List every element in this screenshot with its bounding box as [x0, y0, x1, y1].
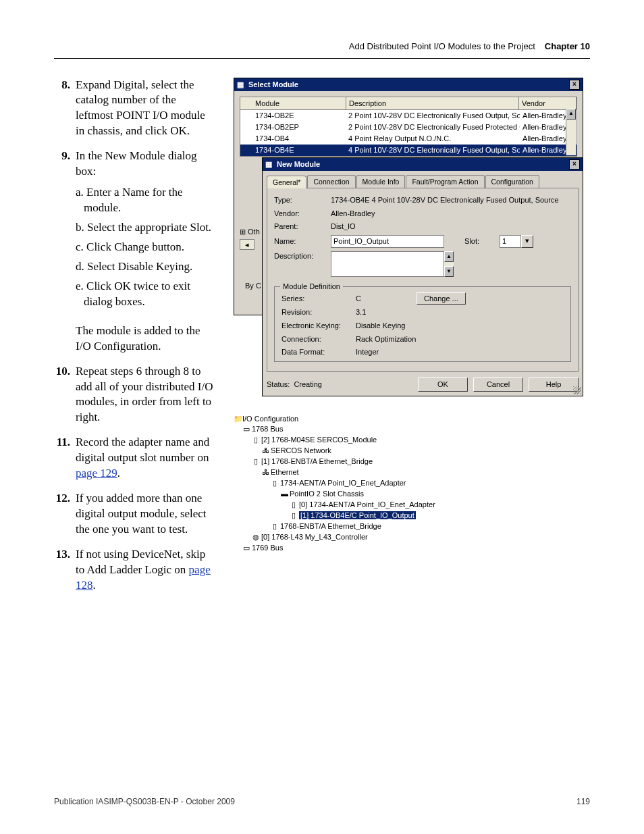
tree-node[interactable]: [0] 1734-AENT/A Point_IO_Enet_Adapter — [299, 500, 435, 509]
scroll-up-icon[interactable]: ▲ — [566, 109, 576, 120]
series-value: C — [356, 294, 417, 304]
type-label: Type: — [274, 195, 327, 205]
step-text: If you added more than one digital outpu… — [76, 491, 216, 538]
ok-button[interactable]: OK — [418, 377, 468, 392]
network-icon: 🖧 — [262, 467, 269, 478]
step-number: 13. — [54, 547, 70, 594]
tab-general[interactable]: General* — [267, 176, 306, 188]
running-header: Add Distributed Point I/O Modules to the… — [54, 41, 590, 53]
connection-label: Connection: — [281, 334, 356, 344]
step-after-text: The module is added to the I/O Configura… — [76, 323, 216, 355]
tree-node[interactable]: 1734-AENT/A Point_IO_Enet_Adapter — [280, 479, 406, 487]
io-config-tree[interactable]: 📁I/O Configuration ▭1768 Bus ▯[2] 1768-M… — [234, 414, 435, 554]
module-row-selected[interactable]: 1734-OB4E4 Point 10V-28V DC Electronical… — [240, 145, 576, 156]
window-icon: ▦ — [237, 80, 244, 90]
change-button[interactable]: Change ... — [417, 292, 466, 305]
dialog-tabs: General* Connection Module Info Fault/Pr… — [267, 175, 579, 188]
scroll-down-icon[interactable]: ▼ — [444, 266, 454, 277]
cancel-button[interactable]: Cancel — [473, 377, 523, 392]
module-icon: ▯ — [271, 478, 278, 489]
section-title: Add Distributed Point I/O Modules to the… — [349, 41, 535, 53]
select-module-titlebar[interactable]: ▦Select Module × — [234, 78, 583, 91]
window-icon: ▦ — [265, 159, 272, 170]
network-icon: 🖧 — [262, 446, 269, 457]
publication-id: Publication IASIMP-QS003B-EN-P - October… — [54, 796, 235, 807]
step-text: If not using DeviceNet, skip to Add Ladd… — [76, 547, 216, 594]
step-text: Repeat steps 6 through 8 to add all of y… — [76, 364, 216, 426]
tab-module-info[interactable]: Module Info — [356, 175, 406, 188]
tree-node[interactable]: SERCOS Network — [271, 446, 331, 454]
module-icon: ▯ — [290, 511, 297, 521]
substep: c. Click Change button. — [76, 240, 216, 255]
format-label: Data Format: — [281, 347, 356, 357]
format-value: Integer — [356, 347, 564, 357]
tree-node-selected[interactable]: [1] 1734-OB4E/C Point_IO_Output — [299, 511, 416, 519]
tree-node[interactable]: [2] 1768-M04SE SERCOS_Module — [261, 436, 377, 444]
tree-node[interactable]: 1769 Bus — [252, 544, 283, 552]
keying-label: Electronic Keying: — [281, 321, 356, 331]
chassis-icon: ▬ — [281, 489, 288, 500]
tab-connection[interactable]: Connection — [307, 175, 355, 188]
substep: e. Click OK twice to exit dialog boxes. — [76, 279, 216, 310]
scrollbar[interactable]: ▲ — [566, 109, 576, 155]
tree-node[interactable]: I/O Configuration — [242, 415, 298, 423]
chapter-label: Chapter 10 — [545, 41, 590, 53]
step-text: Record the adapter name and digital outp… — [76, 435, 216, 481]
name-label: Name: — [274, 236, 327, 246]
slot-label: Slot: — [464, 236, 479, 246]
step-number: 10. — [54, 364, 70, 426]
name-input[interactable]: Point_IO_Output — [331, 235, 444, 248]
module-icon: ▯ — [271, 521, 278, 532]
parent-label: Parent: — [274, 221, 327, 232]
keying-value: Disable Keying — [356, 321, 564, 331]
close-icon[interactable]: × — [569, 159, 580, 170]
tree-node[interactable]: [0] 1768-L43 My_L43_Controller — [261, 533, 368, 541]
slot-dropdown-icon[interactable]: ▾ — [521, 235, 533, 248]
status-value: Creating — [294, 380, 322, 388]
page-link[interactable]: page 129 — [76, 467, 117, 479]
description-input[interactable] — [331, 251, 444, 277]
tree-node[interactable]: [1] 1768-ENBT/A Ethernet_Bridge — [261, 457, 373, 465]
tab-fault[interactable]: Fault/Program Action — [406, 175, 484, 188]
vendor-label: Vendor: — [274, 209, 327, 219]
module-list[interactable]: 1734-OB2E2 Point 10V-28V DC Electronical… — [240, 110, 576, 155]
scroll-up-icon[interactable]: ▲ — [444, 251, 454, 262]
parent-value: Dist_IO — [331, 221, 571, 232]
series-label: Series: — [281, 294, 356, 304]
tree-node[interactable]: 1768-ENBT/A Ethernet_Bridge — [280, 522, 381, 530]
tab-configuration[interactable]: Configuration — [485, 175, 539, 188]
folder-icon: 📁 — [234, 414, 240, 425]
close-icon[interactable]: × — [569, 80, 580, 90]
revision-label: Revision: — [281, 307, 356, 317]
module-icon: ▯ — [290, 500, 297, 511]
step-text: Expand Digital, select the catalog numbe… — [76, 78, 216, 140]
revision-value: 3.1 — [356, 307, 417, 317]
step-number: 8. — [54, 78, 70, 140]
status-label: Status: — [267, 380, 290, 388]
resize-grip-icon[interactable] — [573, 386, 581, 394]
step-number: 11. — [54, 435, 70, 481]
new-module-dialog: ▦New Module × General* Connection Module… — [262, 157, 583, 397]
description-label: Description: — [274, 251, 327, 261]
substep: d. Select Disable Keying. — [76, 259, 216, 275]
controller-icon: ◍ — [252, 532, 259, 543]
header-rule — [54, 58, 590, 59]
module-definition-group: Module Definition Series: C Change ... R… — [274, 286, 571, 362]
tree-node[interactable]: PointIO 2 Slot Chassis — [290, 490, 364, 498]
by-category-label: By C — [245, 281, 261, 291]
step-number: 12. — [54, 491, 70, 538]
new-module-titlebar[interactable]: ▦New Module × — [263, 158, 583, 171]
connection-value: Rack Optimization — [356, 334, 564, 344]
bus-icon: ▭ — [243, 543, 250, 554]
col-description[interactable]: Description — [346, 97, 519, 110]
page-number: 119 — [576, 796, 590, 807]
slot-input[interactable]: 1 — [500, 235, 521, 248]
tree-node[interactable]: Ethernet — [271, 468, 299, 476]
scroll-left-icon[interactable]: ◂ — [240, 239, 254, 251]
bus-icon: ▭ — [243, 424, 250, 435]
step-number: 9. — [54, 149, 70, 313]
help-button[interactable]: Help — [529, 377, 579, 392]
module-icon: ▯ — [252, 457, 259, 467]
tree-node[interactable]: 1768 Bus — [252, 425, 283, 433]
col-module[interactable]: Module — [240, 97, 346, 110]
